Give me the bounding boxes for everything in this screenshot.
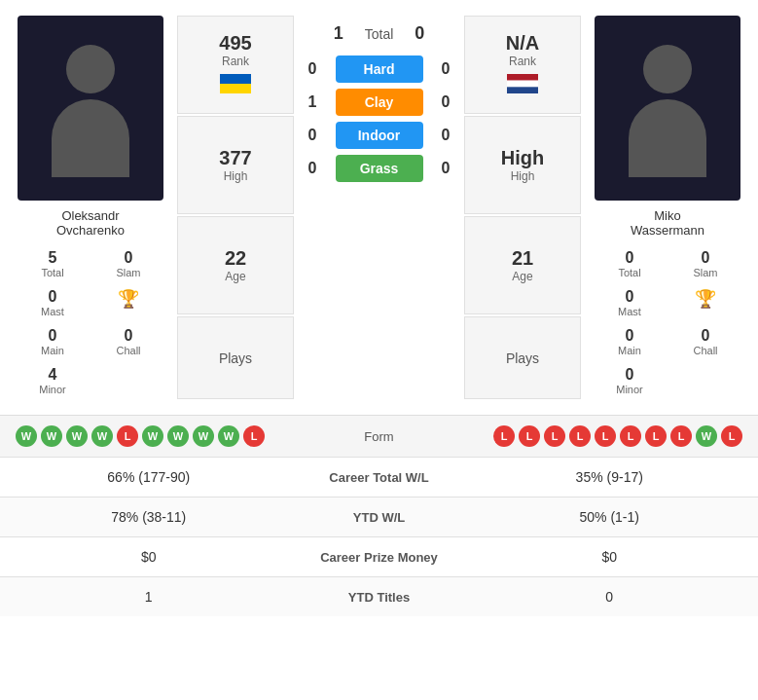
player1-age-box: 22 Age <box>177 216 294 314</box>
hard-row: 0 Hard 0 <box>298 54 460 85</box>
player2-form-badge-1: L <box>519 425 540 447</box>
grass-p2: 0 <box>431 160 460 177</box>
hard-p1: 0 <box>298 60 327 78</box>
player1-stats: 5 Total 0 Slam 0 Mast 🏆 0 Main <box>8 245 173 399</box>
total-label: Total <box>365 26 394 42</box>
player2-name: Miko Wassermann <box>631 208 704 238</box>
clay-p2: 0 <box>431 93 460 111</box>
main-container: Oleksandr Ovcharenko 5 Total 0 Slam 0 Ma… <box>0 0 758 700</box>
player2-total-cell: 0 Total <box>593 245 667 282</box>
player1-rank-label: Rank <box>222 55 249 68</box>
grass-p1: 0 <box>298 160 327 177</box>
player1-avatar <box>18 16 163 201</box>
svg-rect-4 <box>507 87 538 93</box>
player2-rank-box: N/A Rank <box>464 16 581 114</box>
player1-flag-container <box>220 74 251 97</box>
player1-high-value: 377 <box>219 147 251 169</box>
player2-mast-value: 0 <box>626 288 634 306</box>
indoor-p2: 0 <box>431 127 460 144</box>
player1-form-badge-2: W <box>66 425 88 447</box>
stats-row-3: 1 YTD Titles 0 <box>0 576 758 616</box>
player2-main-cell: 0 Main <box>593 323 667 360</box>
top-section: Oleksandr Ovcharenko 5 Total 0 Slam 0 Ma… <box>0 0 758 415</box>
player2-form-badge-3: L <box>569 425 591 447</box>
player2-main-label: Main <box>618 345 641 356</box>
player2-rank-label: Rank <box>509 55 536 68</box>
player1-total-cell: 5 Total <box>16 245 90 282</box>
player1-main-value: 0 <box>49 327 57 345</box>
clay-row: 1 Clay 0 <box>298 87 460 118</box>
netherlands-flag-icon <box>507 74 538 93</box>
player2-form-badge-0: L <box>493 425 515 447</box>
form-section: WWWWLWWWWL Form LLLLLLLLWL <box>0 415 758 457</box>
player2-chall-cell: 0 Chall <box>668 323 742 360</box>
total-p1: 1 <box>324 23 353 44</box>
player2-form-badge-2: L <box>544 425 565 447</box>
clay-p1: 1 <box>298 93 327 111</box>
player2-head <box>643 45 692 93</box>
player2-stats: 0 Total 0 Slam 0 Mast 🏆 0 Main <box>585 245 750 399</box>
player1-form-badge-6: W <box>167 425 189 447</box>
stats-right-2: $0 <box>477 549 743 565</box>
player2-form-badge-8: W <box>696 425 717 447</box>
clay-badge: Clay <box>336 89 423 116</box>
player2-minor-label: Minor <box>616 384 643 395</box>
svg-rect-0 <box>220 74 251 84</box>
player1-main-label: Main <box>41 345 64 356</box>
stats-left-3: 1 <box>16 589 282 605</box>
player1-total-value: 5 <box>49 249 57 267</box>
player2-high-box: High High <box>464 116 581 214</box>
player1-mast-cell: 0 Mast <box>16 284 90 321</box>
player2-flag-container <box>507 74 538 97</box>
player1-plays-box: Plays <box>177 316 294 399</box>
player1-form-badge-5: W <box>142 425 163 447</box>
player1-slam-label: Slam <box>116 267 140 278</box>
stats-right-1: 50% (1-1) <box>477 509 743 525</box>
player2-high-value: High <box>501 147 544 169</box>
player1-mast-value: 0 <box>49 288 57 306</box>
player1-name: Oleksandr Ovcharenko <box>56 208 125 238</box>
player1-main-cell: 0 Main <box>16 323 90 360</box>
player2-body <box>629 99 706 177</box>
player1-trophy-cell: 🏆 <box>91 284 165 321</box>
player1-mast-label: Mast <box>41 306 64 317</box>
grass-badge: Grass <box>336 155 423 182</box>
player2-plays-box: Plays <box>464 316 581 399</box>
stats-center-1: YTD W/L <box>282 510 477 525</box>
player1-plays-label: Plays <box>219 350 252 366</box>
player1-mid-stats: 495 Rank 377 High 22 Age Plays <box>177 16 294 399</box>
player2-mast-cell: 0 Mast <box>593 284 667 321</box>
stats-right-0: 35% (9-17) <box>477 469 743 485</box>
svg-rect-3 <box>507 81 538 88</box>
player2-form-badges: LLLLLLLLWL <box>446 425 743 447</box>
player1-form-badge-8: W <box>218 425 239 447</box>
svg-rect-1 <box>220 84 251 93</box>
player1-rank-value: 495 <box>219 32 251 55</box>
player2-trophy-cell: 🏆 <box>668 284 742 321</box>
player2-plays-label: Plays <box>506 350 539 366</box>
player2-main-value: 0 <box>626 327 634 345</box>
player1-chall-value: 0 <box>125 327 133 345</box>
indoor-row: 0 Indoor 0 <box>298 120 460 151</box>
player2-card: Miko Wassermann 0 Total 0 Slam 0 Mast 🏆 <box>585 16 750 399</box>
player1-head <box>66 45 115 93</box>
player2-age-value: 21 <box>512 247 533 270</box>
player2-age-box: 21 Age <box>464 216 581 314</box>
player1-slam-cell: 0 Slam <box>91 245 165 282</box>
player1-rank-box: 495 Rank <box>177 16 294 114</box>
player1-minor-value: 4 <box>49 366 57 384</box>
player1-high-label: High <box>224 169 248 183</box>
player1-card: Oleksandr Ovcharenko 5 Total 0 Slam 0 Ma… <box>8 16 173 399</box>
player1-trophy-icon: 🏆 <box>118 288 139 310</box>
player1-form-badge-4: L <box>117 425 138 447</box>
player2-total-value: 0 <box>626 249 634 267</box>
ukraine-flag-icon <box>220 74 251 93</box>
hard-p2: 0 <box>431 60 460 78</box>
player1-form-badge-1: W <box>41 425 62 447</box>
player2-minor-cell: 0 Minor <box>593 362 667 399</box>
indoor-p1: 0 <box>298 127 327 144</box>
stats-left-0: 66% (177-90) <box>16 469 282 485</box>
player2-trophy-icon: 🏆 <box>695 288 716 310</box>
player2-high-label: High <box>511 169 535 183</box>
player1-silhouette <box>52 45 129 171</box>
